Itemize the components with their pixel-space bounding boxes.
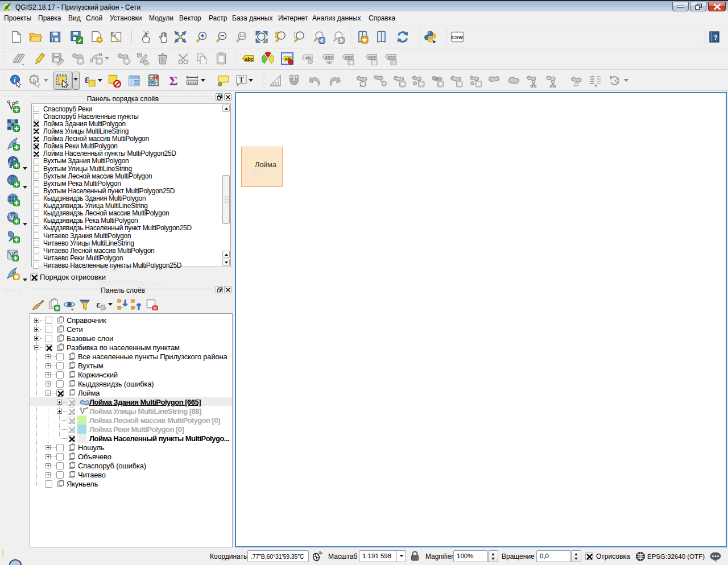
svg-text:?: ? <box>714 34 718 41</box>
svg-text:ε: ε <box>97 300 101 309</box>
svg-text:abc: abc <box>245 56 254 62</box>
svg-text:abc: abc <box>369 55 377 60</box>
svg-text:abc: abc <box>345 55 353 60</box>
svg-text:T: T <box>239 76 245 84</box>
svg-text:1:1: 1:1 <box>239 34 245 38</box>
svg-text:CSW: CSW <box>452 35 464 40</box>
svg-text:abc: abc <box>388 55 396 60</box>
svg-text:abc: abc <box>325 55 333 60</box>
svg-text:Σ: Σ <box>169 74 177 88</box>
